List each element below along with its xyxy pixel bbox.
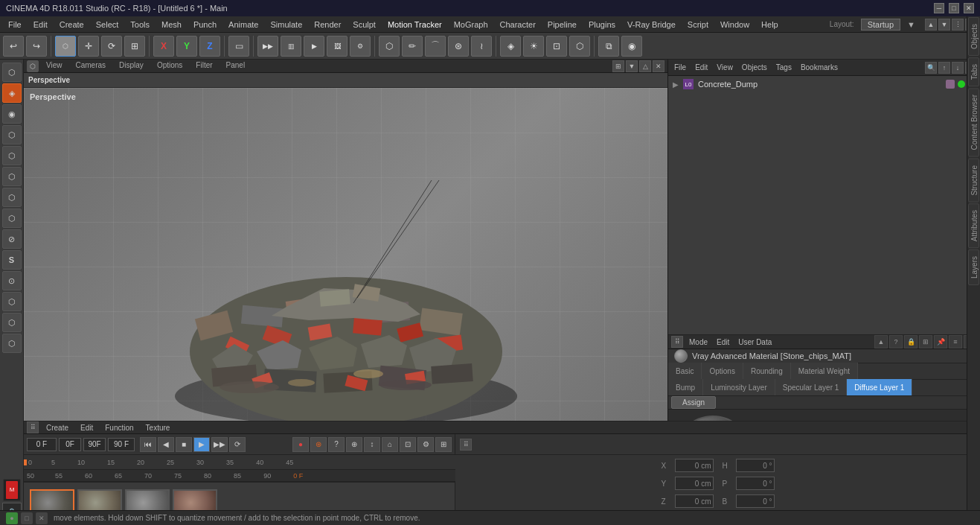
obj-menu-edit[interactable]: Edit	[692, 63, 711, 72]
mat-menu-mode[interactable]: Mode	[686, 337, 711, 347]
menu-tools[interactable]: Tools	[125, 19, 155, 31]
maximize-button[interactable]: □	[949, 3, 959, 13]
camera-button[interactable]: ◈	[500, 36, 521, 57]
y-axis-button[interactable]: Y	[176, 36, 197, 57]
x-axis-button[interactable]: X	[153, 36, 174, 57]
menu-character[interactable]: Character	[495, 19, 541, 31]
mat-pin-icon[interactable]: 📌	[934, 335, 947, 349]
move-button[interactable]: ✛	[78, 36, 99, 57]
timeline-position-indicator[interactable]	[24, 459, 27, 465]
viewport-icon-1[interactable]: ⊞	[612, 60, 624, 72]
object-button[interactable]: ⬡	[569, 36, 590, 57]
viewport-tab-options[interactable]: Options	[151, 60, 188, 72]
z-axis-button[interactable]: Z	[199, 36, 220, 57]
mat-tab-diffuse[interactable]: Diffuse Layer 1	[847, 379, 912, 395]
layout-chevron-icon[interactable]: ▼	[902, 19, 920, 31]
light-button[interactable]: ☀	[523, 36, 544, 57]
menu-window[interactable]: Window	[715, 19, 755, 31]
display-button[interactable]: ⧉	[598, 36, 619, 57]
object-mode-button[interactable]: ▭	[228, 36, 249, 57]
side-tab-attributes[interactable]: Attributes	[968, 203, 979, 248]
side-tab-layers[interactable]: Layers	[968, 249, 979, 285]
timeline-tool1-button[interactable]: ⊕	[346, 437, 362, 452]
layout-dots-icon[interactable]: ⋮	[952, 19, 964, 31]
timeline-menu-function[interactable]: Function	[100, 423, 138, 433]
cube-button[interactable]: ⬡	[379, 36, 400, 57]
weight-button[interactable]: ⊘	[2, 229, 22, 249]
menu-plugins[interactable]: Plugins	[583, 19, 621, 31]
viewport-tab-display[interactable]: Display	[113, 60, 150, 72]
texture-button[interactable]: ◉	[2, 104, 22, 124]
viewport-tab-panel[interactable]: Panel	[220, 60, 252, 72]
status-icon-2[interactable]: □	[21, 512, 33, 524]
menu-create[interactable]: Create	[54, 19, 89, 31]
mat-menu-edit[interactable]: Edit	[714, 337, 732, 347]
obj-menu-file[interactable]: File	[671, 63, 689, 72]
menu-script[interactable]: Script	[682, 19, 714, 31]
viewport-tab-icon[interactable]: ⬡	[27, 60, 39, 72]
viewport-tab-cameras[interactable]: Cameras	[70, 60, 112, 72]
menu-simulate[interactable]: Simulate	[265, 19, 307, 31]
play-back-button[interactable]: ◀	[158, 437, 174, 452]
obj-menu-bookmarks[interactable]: Bookmarks	[798, 63, 841, 72]
edge-mode-button[interactable]: ⬡	[2, 125, 22, 144]
h-rotation-input[interactable]	[736, 459, 775, 472]
menu-file[interactable]: File	[3, 19, 27, 31]
pen-button[interactable]: ✏	[402, 36, 423, 57]
mat-tab-bump[interactable]: Bump	[668, 379, 703, 395]
timeline-question-button[interactable]: ?	[328, 437, 345, 452]
status-icon-1[interactable]: ●	[6, 512, 18, 524]
viewport-icon-3[interactable]: △	[639, 60, 651, 72]
polygon-mode-button[interactable]: ⬡	[2, 63, 22, 82]
mat-tab-specular[interactable]: Specular Layer 1	[775, 379, 848, 395]
timeline-tool3-button[interactable]: ⌂	[382, 437, 398, 452]
side-tab-content-browser[interactable]: Content Browser	[968, 88, 979, 156]
mat-lock-icon[interactable]: 🔒	[904, 335, 917, 349]
obj-menu-objects[interactable]: Objects	[739, 63, 770, 72]
timeline-auto-key-button[interactable]: ⊛	[310, 437, 327, 452]
obj-material-dot[interactable]	[946, 80, 955, 89]
rotate-button[interactable]: ⟳	[101, 36, 122, 57]
menu-vray[interactable]: V-Ray Bridge	[622, 19, 681, 31]
tool3-button[interactable]: ⬡	[2, 334, 22, 353]
side-tab-tabs[interactable]: Tabs	[968, 60, 979, 86]
obj-search-icon[interactable]: 🔍	[925, 62, 937, 74]
scale-button[interactable]: ⊞	[124, 36, 145, 57]
obj-up-icon[interactable]: ↑	[938, 62, 950, 74]
timeline-settings-button[interactable]: ⚙	[417, 437, 434, 452]
render-region-button[interactable]: ▥	[281, 36, 301, 57]
mat-menu-user-data[interactable]: User Data	[735, 337, 775, 347]
end-frame-input[interactable]	[83, 438, 106, 451]
layout-arrow-down-icon[interactable]: ▼	[938, 19, 950, 31]
viewport-tab-filter[interactable]: Filter	[190, 60, 218, 72]
viewport-icon-2[interactable]: ▼	[626, 60, 638, 72]
status-icon-3[interactable]: ✕	[36, 512, 48, 524]
knife-button[interactable]: ⬡	[2, 188, 22, 207]
loop-button[interactable]: ⟳	[229, 437, 246, 452]
obj-down-icon[interactable]: ↓	[952, 62, 964, 74]
tool2-button[interactable]: ⬡	[2, 313, 22, 332]
layout-arrow-up-icon[interactable]: ▲	[925, 19, 937, 31]
mat-tab-basic[interactable]: Basic	[668, 363, 702, 379]
start-frame-input[interactable]	[59, 438, 81, 451]
menu-animate[interactable]: Animate	[223, 19, 263, 31]
current-frame-input[interactable]	[27, 438, 57, 451]
y-position-input[interactable]	[675, 477, 714, 490]
mat-tab-options[interactable]: Options	[702, 363, 743, 379]
timeline-expand-button[interactable]: ⊞	[435, 437, 452, 452]
timeline-menu-create[interactable]: Create	[42, 423, 73, 433]
b-rotation-input[interactable]	[736, 494, 775, 508]
assign-button[interactable]: Assign	[671, 396, 716, 409]
mat-tab-rounding[interactable]: Rounding	[743, 363, 791, 379]
side-tab-structure[interactable]: Structure	[968, 159, 979, 203]
timeline-tool4-button[interactable]: ⊡	[400, 437, 416, 452]
menu-punch[interactable]: Punch	[188, 19, 222, 31]
menu-mograph[interactable]: MoGraph	[449, 19, 493, 31]
minimize-button[interactable]: ─	[934, 3, 944, 13]
play-forward-end-button[interactable]: ▶▶	[211, 437, 228, 452]
s-button[interactable]: S	[2, 250, 22, 270]
subdivide-button[interactable]: ⬡	[2, 209, 22, 228]
hud-button[interactable]: ◉	[621, 36, 642, 57]
stop-button[interactable]: ■	[176, 437, 192, 452]
menu-pipeline[interactable]: Pipeline	[542, 19, 582, 31]
